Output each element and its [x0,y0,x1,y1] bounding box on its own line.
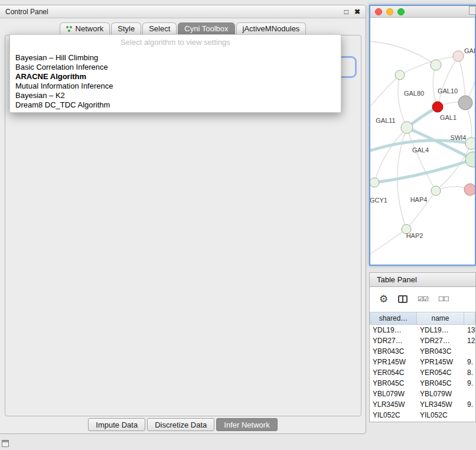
table-cell: 9. [464,400,475,409]
table-row[interactable]: YDL19…YDL19…13 [370,325,475,335]
tab-label: Cyni Toolbox [184,24,228,33]
select-all-icon[interactable]: ☑☑ [418,295,428,303]
table-cell: YPR145W [370,358,417,366]
close-window-icon[interactable]: ✖ [354,8,360,16]
node-gal4-hub[interactable] [401,122,413,133]
tab-label: Network [76,24,104,33]
tab-label: Style [118,24,135,33]
table-cell: YDR27… [370,337,417,345]
bottom-tab-bar: Impute DataDiscretize DataInfer Network [0,418,366,431]
network-window-titlebar[interactable] [370,6,475,18]
table-cell: YPR145W [417,358,464,366]
restore-panel-icon[interactable] [2,440,9,447]
network-edge [374,128,407,182]
column-header[interactable]: shared… [370,312,417,325]
network-view-window[interactable]: GALGAL80GAL10GAL11GAL1SWI4GAL4GCY1HAP4HA… [369,5,476,266]
table-cell: YBR045C [370,379,417,387]
tab-jactivemnodules[interactable]: jActiveMNodules [236,22,307,35]
node-green-left[interactable] [370,178,379,187]
mac-minimize-button[interactable] [386,8,393,15]
node-right-large[interactable] [465,152,475,167]
tab-network[interactable]: Network [60,22,110,35]
bottom-tab-impute-data[interactable]: Impute Data [88,418,145,431]
float-window-icon[interactable]: □ [344,8,348,16]
node-label-hap2: HAP2 [406,232,423,239]
column-header[interactable] [464,312,475,325]
algorithm-option[interactable]: Bayesian – Hill Climbing [10,53,341,63]
table-row[interactable]: YLR345WYLR345W9. [370,399,475,410]
node-label-gal80: GAL80 [404,90,424,97]
mac-close-button[interactable] [375,8,382,15]
algorithm-option[interactable]: Basic Correlation Inference [10,63,341,72]
tab-cyni-toolbox[interactable]: Cyni Toolbox [178,22,234,35]
control-panel-titlebar[interactable]: Control Panel □ ✖ [0,5,366,18]
network-edge [370,75,400,106]
algorithm-option[interactable]: ARACNE Algorithm [10,72,341,81]
control-panel-window: Control Panel □ ✖ NetworkStyleSelectCyni… [0,5,366,434]
table-row[interactable]: YPR145WYPR145W9. [370,357,475,367]
table-row[interactable]: YBR043CYBR043C [370,346,475,357]
table-cell: 9. [464,358,475,366]
algorithm-option[interactable]: Dream8 DC_TDC Algorithm [10,100,341,110]
node-green-upperleft[interactable] [395,70,405,80]
algorithm-option[interactable]: Bayesian – K2 [10,91,341,100]
network-tab-icon [66,25,73,32]
table-row[interactable]: YER054CYER054C8. [370,367,475,378]
network-scrollbar-corner[interactable] [469,6,476,15]
column-header[interactable]: name [417,312,464,325]
window-title: Control Panel [5,8,338,16]
gear-icon[interactable]: ⚙ [379,294,388,304]
network-edge [370,41,436,65]
control-panel-tab-bar: NetworkStyleSelectCyni ToolboxjActiveMNo… [0,22,366,35]
node-hap4[interactable] [431,186,441,195]
table-cell: YDL19… [370,326,417,334]
table-cell: YBR043C [417,347,464,356]
tab-select[interactable]: Select [142,22,177,35]
table-cell: YER054C [417,369,464,377]
tab-label: jActiveMNodules [243,24,300,33]
deselect-all-icon[interactable]: ☐☐ [438,295,449,303]
bottom-tab-discretize-data[interactable]: Discretize Data [147,418,214,431]
table-row[interactable]: YDR27…YDR27…12 [370,335,475,346]
table-header-row: shared…name [370,312,475,325]
node-gray[interactable] [458,96,472,110]
network-edge [433,65,438,107]
network-edge [374,159,473,182]
node-label-gal4: GAL4 [412,146,429,154]
node-label-gal11: GAL11 [376,117,395,124]
table-cell: YER054C [370,369,417,377]
network-canvas[interactable]: GALGAL80GAL10GAL11GAL1SWI4GAL4GCY1HAP4HA… [370,18,475,265]
table-cell: 13 [464,326,475,334]
table-row[interactable]: YBL079WYBL079W [370,389,475,399]
node-gal10[interactable] [432,102,443,112]
node-swi4[interactable] [465,138,475,149]
table-panel-header[interactable]: Table Panel [369,272,476,287]
node-label-swi4: SWI4 [451,134,467,141]
algorithm-option[interactable]: Mutual Information Inference [10,81,341,91]
node-label-gcy1: GCY1 [370,197,387,204]
network-edge [370,229,406,254]
table-body: YDL19…YDL19…13YDR27…YDR27…12YBR043CYBR04… [370,325,475,420]
node-pink-right[interactable] [464,184,475,195]
table-cell: 12 [464,337,475,345]
table-cell: YLR345W [370,400,417,409]
table-row[interactable]: YIL052CYIL052C [370,410,475,420]
tab-style[interactable]: Style [111,22,141,35]
table-panel-title: Table Panel [377,275,417,284]
node-attribute-table: shared…name YDL19…YDL19…13YDR27…YDR27…12… [370,312,475,420]
mac-zoom-button[interactable] [397,8,405,15]
table-cell: YDR27… [417,337,464,345]
table-cell: YDL19… [417,326,464,334]
table-cell: YBL079W [370,390,417,398]
column-selector-icon[interactable] [398,295,407,303]
table-cell: YIL052C [417,411,464,419]
table-cell: 8. [464,369,475,377]
table-row[interactable]: YBR045CYBR045C9. [370,378,475,389]
table-cell: YLR345W [417,400,464,409]
node-green-top[interactable] [431,60,441,70]
node-label-hap4: HAP4 [410,196,428,203]
node-pink-top[interactable] [453,51,464,61]
node-label-gal1: GAL1 [440,114,457,121]
bottom-tab-infer-network[interactable]: Infer Network [216,418,277,431]
table-cell: 9. [464,379,475,387]
